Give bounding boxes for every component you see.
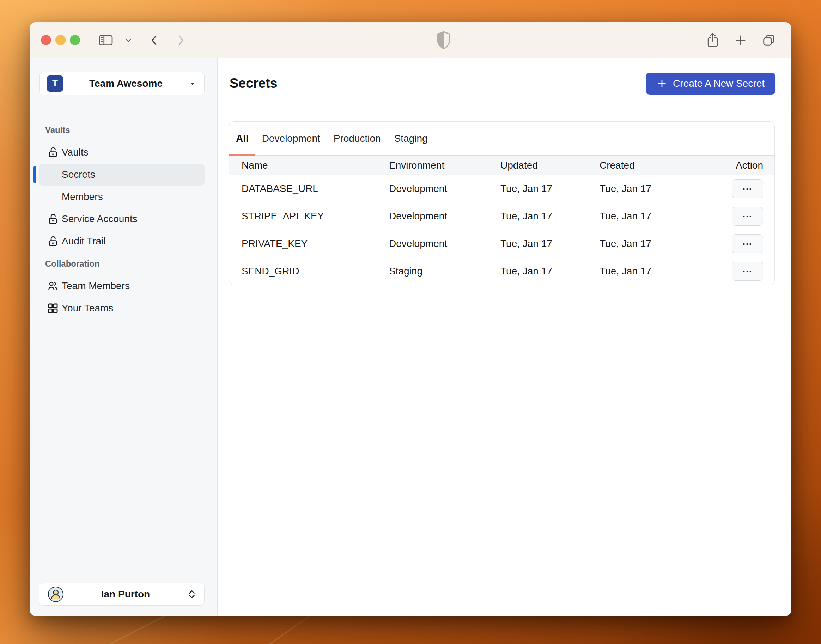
app-window: T Team Awesome Vaults VaultsSecretsMembe…	[30, 22, 791, 616]
cell-name: SEND_GRID	[242, 265, 389, 277]
share-icon[interactable]	[706, 32, 720, 48]
cell-action: ...	[729, 262, 763, 281]
user-selector[interactable]: Ian Purton	[39, 583, 205, 606]
user-avatar-icon	[47, 586, 64, 603]
cell-updated: Tue, Jan 17	[501, 183, 599, 194]
sidebar-item-vaults[interactable]: Vaults	[39, 141, 205, 163]
sidebar-item-label: Secrets	[62, 169, 95, 180]
team-name: Team Awesome	[63, 78, 189, 89]
cell-environment: Development	[389, 183, 501, 194]
back-icon[interactable]	[149, 34, 160, 46]
sidebar-item-label: Vaults	[62, 147, 89, 158]
row-actions-button[interactable]: ...	[732, 262, 763, 281]
column-header-environment: Environment	[389, 160, 501, 171]
lock-open-icon	[47, 235, 59, 247]
caret-down-icon	[189, 80, 196, 87]
table-header: NameEnvironmentUpdatedCreatedAction	[229, 156, 775, 175]
grid-icon	[47, 302, 59, 314]
tab-development[interactable]: Development	[255, 122, 327, 155]
sidebar-item-secrets[interactable]: Secrets	[39, 164, 205, 186]
cell-created: Tue, Jan 17	[599, 210, 729, 222]
sidebar-header: T Team Awesome	[30, 58, 217, 109]
forward-icon	[175, 34, 186, 46]
new-tab-icon[interactable]	[734, 34, 747, 46]
tab-overview-icon[interactable]	[762, 33, 776, 47]
cell-name: PRIVATE_KEY	[242, 238, 389, 249]
traffic-lights	[41, 35, 80, 45]
team-selector[interactable]: T Team Awesome	[40, 72, 205, 95]
main-panel: Secrets Create A New Secret AllDevelopme…	[218, 58, 791, 616]
close-window-button[interactable]	[41, 35, 51, 45]
cell-action: ...	[729, 179, 763, 198]
team-avatar: T	[47, 75, 63, 92]
cell-action: ...	[729, 234, 763, 253]
cell-created: Tue, Jan 17	[599, 183, 729, 194]
create-secret-button[interactable]: Create A New Secret	[646, 73, 775, 95]
cell-created: Tue, Jan 17	[599, 265, 729, 277]
column-header-updated: Updated	[501, 160, 599, 171]
toolbar-divider	[119, 35, 119, 45]
shield-icon	[435, 30, 452, 50]
sidebar-toggle-icon[interactable]	[98, 34, 113, 46]
create-secret-label: Create A New Secret	[673, 78, 764, 89]
main-content: AllDevelopmentProductionStaging NameEnvi…	[218, 109, 791, 616]
sidebar-item-team-members[interactable]: Team Members	[39, 275, 205, 297]
sidebar-footer: Ian Purton	[30, 583, 217, 616]
sidebar: T Team Awesome Vaults VaultsSecretsMembe…	[30, 58, 218, 616]
column-header-created: Created	[599, 160, 729, 171]
sidebar-item-label: Members	[62, 191, 103, 202]
table-row-send-grid: SEND_GRIDStagingTue, Jan 17Tue, Jan 17..…	[229, 258, 775, 285]
cell-updated: Tue, Jan 17	[501, 238, 599, 249]
tab-all[interactable]: All	[229, 122, 255, 155]
cell-created: Tue, Jan 17	[599, 238, 729, 249]
plus-icon	[657, 78, 667, 89]
sidebar-item-service-accounts[interactable]: Service Accounts	[39, 208, 205, 230]
lock-open-icon	[47, 213, 59, 225]
column-header-name: Name	[242, 160, 389, 171]
sidebar-item-label: Service Accounts	[62, 213, 138, 225]
team-members-icon	[47, 280, 59, 292]
zoom-window-button[interactable]	[70, 35, 80, 45]
select-updown-icon	[187, 589, 196, 600]
user-name: Ian Purton	[64, 589, 187, 600]
page-title: Secrets	[230, 76, 277, 91]
cell-action: ...	[729, 207, 763, 226]
sidebar-item-label: Your Teams	[62, 303, 113, 314]
cell-name: STRIPE_API_KEY	[242, 210, 389, 222]
table-row-database-url: DATABASE_URLDevelopmentTue, Jan 17Tue, J…	[229, 175, 775, 202]
secrets-table: DATABASE_URLDevelopmentTue, Jan 17Tue, J…	[229, 175, 775, 285]
chevron-down-icon[interactable]	[124, 36, 133, 44]
row-actions-button[interactable]: ...	[732, 179, 763, 198]
lock-open-icon	[47, 146, 59, 158]
cell-updated: Tue, Jan 17	[501, 210, 599, 222]
minimize-window-button[interactable]	[55, 35, 66, 45]
sidebar-item-label: Team Members	[62, 281, 130, 292]
cell-environment: Development	[389, 210, 501, 222]
window-toolbar	[30, 22, 791, 58]
column-header-action: Action	[729, 160, 763, 171]
row-actions-button[interactable]: ...	[732, 207, 763, 226]
sidebar-item-label: Audit Trail	[62, 236, 106, 247]
cell-environment: Staging	[389, 265, 501, 277]
table-row-private-key: PRIVATE_KEYDevelopmentTue, Jan 17Tue, Ja…	[229, 230, 775, 258]
sidebar-section-label-collaboration: Collaboration	[39, 253, 205, 275]
environment-tabs: AllDevelopmentProductionStaging	[229, 122, 775, 156]
main-header: Secrets Create A New Secret	[218, 58, 791, 109]
tab-staging[interactable]: Staging	[388, 122, 435, 155]
sidebar-item-audit-trail[interactable]: Audit Trail	[39, 230, 205, 252]
cell-updated: Tue, Jan 17	[501, 265, 599, 277]
sidebar-item-members[interactable]: Members	[39, 186, 205, 208]
row-actions-button[interactable]: ...	[732, 234, 763, 253]
cell-environment: Development	[389, 238, 501, 249]
secrets-card: AllDevelopmentProductionStaging NameEnvi…	[229, 121, 775, 285]
tab-production[interactable]: Production	[327, 122, 388, 155]
cell-name: DATABASE_URL	[242, 183, 389, 194]
sidebar-item-your-teams[interactable]: Your Teams	[39, 297, 205, 319]
table-row-stripe-api-key: STRIPE_API_KEYDevelopmentTue, Jan 17Tue,…	[229, 202, 775, 230]
sidebar-nav: Vaults VaultsSecretsMembers Service Acco…	[30, 109, 217, 583]
sidebar-section-label-vaults: Vaults	[39, 119, 205, 141]
